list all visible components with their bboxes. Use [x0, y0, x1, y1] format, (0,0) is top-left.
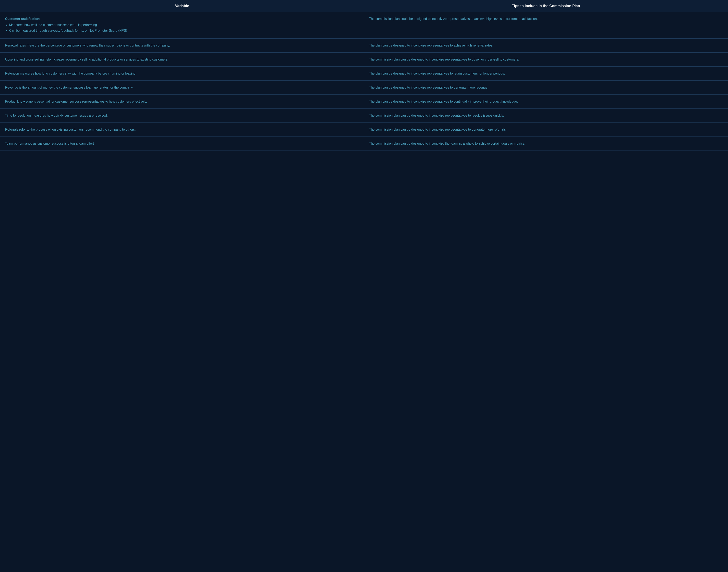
- variable-text-product-knowledge: Product knowledge is essential for custo…: [0, 95, 364, 109]
- variable-text-time-to-resolution: Time to resolution measures how quickly …: [0, 109, 364, 123]
- commission-plan-table: Variable Tips to Include in the Commissi…: [0, 0, 728, 151]
- tip-cell-team-performance: The commission plan can be designed to i…: [364, 137, 728, 151]
- table-row: Revenue is the amount of money the custo…: [0, 81, 728, 95]
- variable-text-referrals: Referrals refer to the process when exis…: [0, 123, 364, 137]
- variable-text-team-performance: Team performance as customer success is …: [0, 137, 364, 151]
- col-header-tips: Tips to Include in the Commission Plan: [364, 0, 728, 12]
- variable-title: Customer satisfaction:: [5, 16, 359, 21]
- table-row: Product knowledge is essential for custo…: [0, 95, 728, 109]
- table-row: Customer satisfaction:Measures how well …: [0, 12, 728, 39]
- tip-cell-time-to-resolution: The commission plan can be designed to i…: [364, 109, 728, 123]
- tip-cell-customer-satisfaction: The commission plan could be designed to…: [364, 12, 728, 39]
- table-row: Team performance as customer success is …: [0, 137, 728, 151]
- table-row: Referrals refer to the process when exis…: [0, 123, 728, 137]
- tip-cell-revenue: The plan can be designed to incentivize …: [364, 81, 728, 95]
- tip-cell-upselling: The commission plan can be designed to i…: [364, 53, 728, 67]
- variable-text-retention: Retention measures how long customers st…: [0, 67, 364, 81]
- tip-cell-product-knowledge: The plan can be designed to incentivize …: [364, 95, 728, 109]
- list-item: Can be measured through surveys, feedbac…: [9, 28, 359, 33]
- table-row: Renewal rates measure the percentage of …: [0, 39, 728, 53]
- tip-cell-renewal-rates: The plan can be designed to incentivize …: [364, 39, 728, 53]
- variable-text-upselling: Upselling and cross-selling help increas…: [0, 53, 364, 67]
- variable-text-revenue: Revenue is the amount of money the custo…: [0, 81, 364, 95]
- variable-text-renewal-rates: Renewal rates measure the percentage of …: [0, 39, 364, 53]
- tip-cell-referrals: The commission plan can be designed to i…: [364, 123, 728, 137]
- table-row: Retention measures how long customers st…: [0, 67, 728, 81]
- list-item: Measures how well the customer success t…: [9, 22, 359, 27]
- variable-list: Measures how well the customer success t…: [9, 22, 359, 33]
- tip-cell-retention: The plan can be designed to incentivize …: [364, 67, 728, 81]
- col-header-variable: Variable: [0, 0, 364, 12]
- variable-cell-customer-satisfaction: Customer satisfaction:Measures how well …: [0, 12, 364, 39]
- table-row: Time to resolution measures how quickly …: [0, 109, 728, 123]
- table-row: Upselling and cross-selling help increas…: [0, 53, 728, 67]
